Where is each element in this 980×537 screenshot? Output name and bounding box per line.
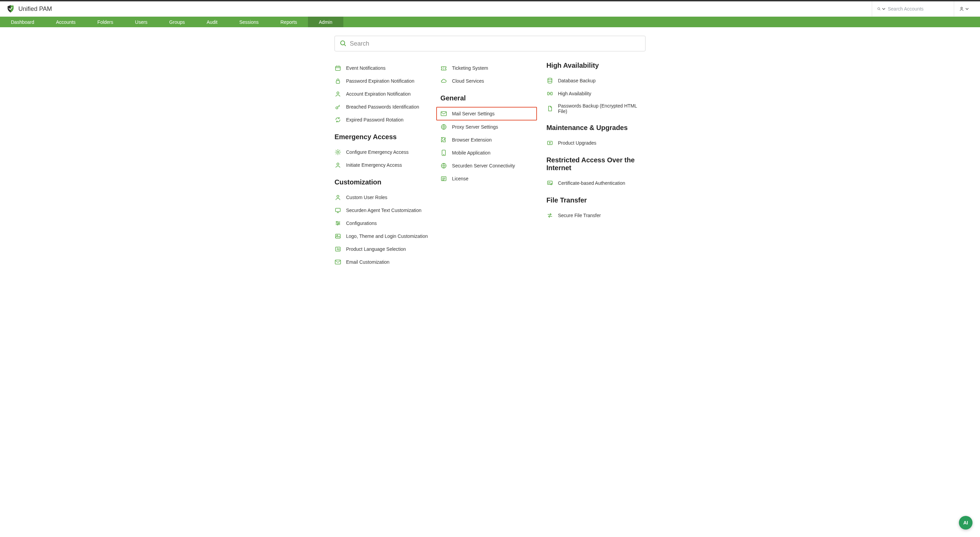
section-title-emergency-access: Emergency Access	[334, 133, 434, 141]
setting-label: Secure File Transfer	[558, 213, 601, 218]
setting-proxy-server-settings[interactable]: Proxy Server Settings	[440, 121, 539, 134]
setting-event-notifications[interactable]: Event Notifications	[334, 62, 434, 75]
mail-edit-icon	[334, 259, 341, 265]
setting-password-expiration-notification[interactable]: Password Expiration Notification	[334, 75, 434, 88]
header-search-input[interactable]	[888, 6, 949, 11]
shield-check-icon	[6, 5, 15, 13]
nav-audit[interactable]: Audit	[196, 17, 228, 27]
setting-label: Configurations	[346, 220, 377, 226]
setting-product-language-selection[interactable]: Product Language Selection	[334, 243, 434, 256]
setting-label: License	[452, 176, 468, 182]
mail-icon	[440, 110, 447, 117]
brand-name: Unified PAM	[18, 5, 52, 13]
setting-passwords-backup-encrypted-html-file[interactable]: Passwords Backup (Encrypted HTML File)	[546, 100, 646, 117]
section-title-general: General	[440, 94, 539, 102]
settings-columns: Event NotificationsPassword Expiration N…	[334, 62, 646, 269]
setting-label: Logo, Theme and Login Customization	[346, 233, 428, 239]
gear-alert-icon	[334, 149, 341, 156]
svg-point-25	[12, 5, 13, 6]
setting-label: Expired Password Rotation	[346, 117, 404, 123]
setting-secure-file-transfer[interactable]: Secure File Transfer	[546, 209, 646, 222]
setting-label: Initiate Emergency Access	[346, 163, 402, 168]
setting-cloud-services[interactable]: Cloud Services	[440, 75, 539, 88]
globe-link-icon	[440, 163, 447, 169]
setting-label: Password Expiration Notification	[346, 78, 414, 84]
section-title-high-availability: High Availability	[546, 62, 646, 69]
setting-certificate-based-authentication[interactable]: Certificate-based Authentication	[546, 177, 646, 190]
setting-label: Account Expiration Notification	[346, 91, 411, 97]
brand: Unified PAM	[6, 5, 872, 13]
setting-configure-emergency-access[interactable]: Configure Emergency Access	[334, 146, 434, 159]
nav-admin[interactable]: Admin	[308, 17, 343, 27]
cloud-icon	[440, 78, 447, 84]
setting-browser-extension[interactable]: Browser Extension	[440, 134, 539, 146]
setting-expired-password-rotation[interactable]: Expired Password Rotation	[334, 113, 434, 126]
section-title-restricted-access-over-the-internet: Restricted Access Over the Internet	[546, 156, 646, 172]
setting-email-customization[interactable]: Email Customization	[334, 256, 434, 269]
ticket-icon	[440, 65, 447, 72]
setting-logo-theme-and-login-customization[interactable]: Logo, Theme and Login Customization	[334, 230, 434, 243]
setting-initiate-emergency-access[interactable]: Initiate Emergency Access	[334, 159, 434, 172]
database-icon	[546, 77, 553, 84]
setting-mobile-application[interactable]: Mobile Application	[440, 146, 539, 159]
setting-label: Ticketing System	[452, 65, 488, 71]
setting-label: Email Customization	[346, 259, 390, 265]
nav-reports[interactable]: Reports	[269, 17, 308, 27]
setting-label: Product Upgrades	[558, 140, 597, 146]
setting-label: High Availability	[558, 91, 592, 96]
setting-mail-server-settings[interactable]: Mail Server Settings	[436, 107, 537, 121]
setting-label: Database Backup	[558, 78, 596, 83]
section-title-file-transfer: File Transfer	[546, 196, 646, 204]
upgrade-icon	[546, 140, 553, 146]
setting-license[interactable]: License	[440, 172, 539, 185]
calendar-bell-icon	[334, 65, 341, 72]
setting-securden-server-connectivity[interactable]: Securden Server Connectivity	[440, 159, 539, 172]
search-scope-dropdown[interactable]	[877, 7, 886, 11]
setting-securden-agent-text-customization[interactable]: Securden Agent Text Customization	[334, 204, 434, 217]
ai-assistant-button[interactable]: AI	[959, 516, 972, 529]
nav-accounts[interactable]: Accounts	[45, 17, 87, 27]
svg-point-28	[340, 41, 345, 45]
setting-label: Certificate-based Authentication	[558, 180, 625, 186]
nav-folders[interactable]: Folders	[86, 17, 124, 27]
setting-account-expiration-notification[interactable]: Account Expiration Notification	[334, 88, 434, 100]
file-transfer-icon	[546, 212, 553, 219]
setting-ticketing-system[interactable]: Ticketing System	[440, 62, 539, 75]
license-icon	[440, 175, 447, 182]
person-run-icon	[334, 162, 341, 169]
nav-groups[interactable]: Groups	[158, 17, 196, 27]
nav-sessions[interactable]: Sessions	[228, 17, 269, 27]
user-menu[interactable]	[954, 2, 974, 16]
setting-configurations[interactable]: Configurations	[334, 217, 434, 230]
ha-icon	[546, 90, 553, 97]
nav-users[interactable]: Users	[124, 17, 159, 27]
setting-label: Securden Server Connectivity	[452, 163, 515, 169]
sliders-icon	[334, 220, 341, 227]
section-title-maintenance-upgrades: Maintenance & Upgrades	[546, 124, 646, 132]
puzzle-icon	[440, 137, 447, 143]
person-gear-icon	[334, 194, 341, 201]
setting-label: Custom User Roles	[346, 194, 387, 200]
setting-label: Cloud Services	[452, 78, 484, 84]
setting-high-availability[interactable]: High Availability	[546, 87, 646, 100]
key-alert-icon	[334, 104, 341, 110]
lock-clock-icon	[334, 78, 341, 84]
setting-database-backup[interactable]: Database Backup	[546, 74, 646, 87]
svg-point-26	[878, 8, 880, 10]
header-search	[872, 2, 954, 16]
file-lock-icon	[546, 105, 553, 112]
setting-label: Mobile Application	[452, 150, 490, 156]
certificate-icon	[546, 180, 553, 186]
topbar: Unified PAM	[0, 0, 980, 17]
section-title-customization: Customization	[334, 178, 434, 186]
admin-search-input[interactable]	[350, 40, 640, 47]
admin-search-box	[334, 36, 646, 51]
nav-dashboard[interactable]: Dashboard	[0, 17, 45, 27]
setting-custom-user-roles[interactable]: Custom User Roles	[334, 191, 434, 204]
settings-column-1: Event NotificationsPassword Expiration N…	[334, 62, 434, 269]
screen-gear-icon	[334, 207, 341, 214]
setting-label: Securden Agent Text Customization	[346, 207, 422, 213]
setting-breached-passwords-identification[interactable]: Breached Passwords Identification	[334, 100, 434, 113]
setting-label: Passwords Backup (Encrypted HTML File)	[558, 103, 646, 114]
setting-product-upgrades[interactable]: Product Upgrades	[546, 137, 646, 150]
